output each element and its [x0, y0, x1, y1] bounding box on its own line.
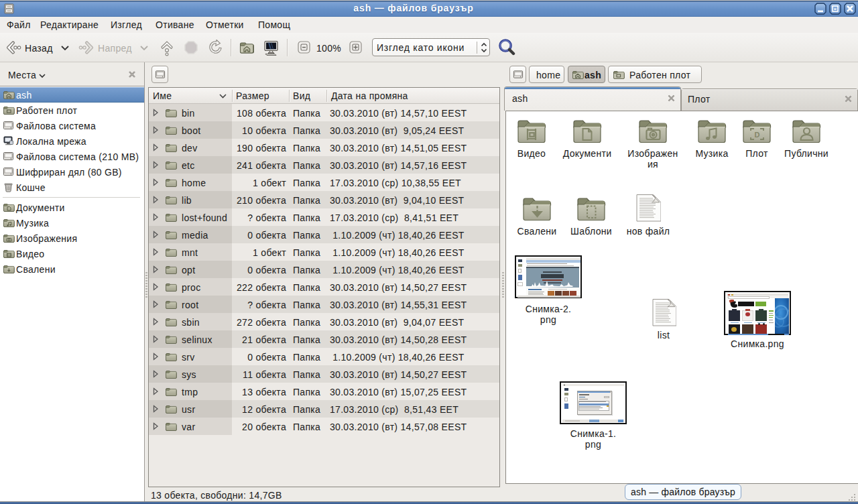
svg-text:D: D: [755, 131, 760, 139]
